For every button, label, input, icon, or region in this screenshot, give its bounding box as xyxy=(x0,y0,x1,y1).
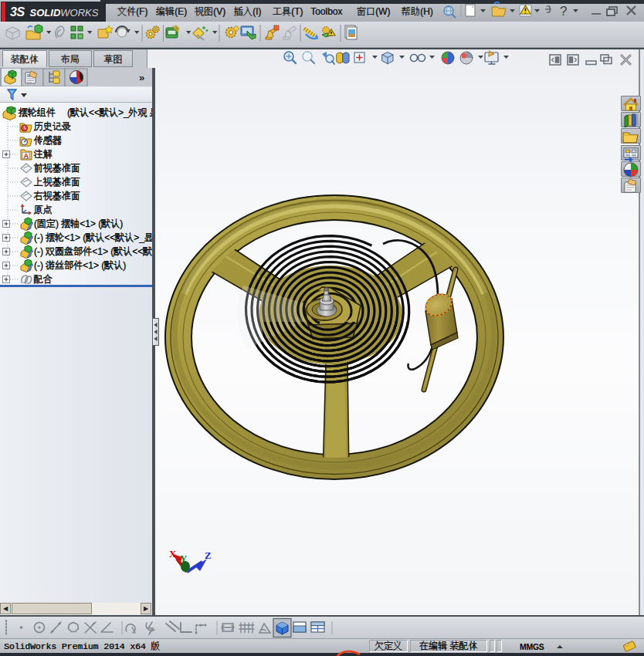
svg-text:摆轮组件: 摆轮组件 xyxy=(19,107,56,118)
svg-text:Z: Z xyxy=(205,549,212,561)
svg-text:上视基准面: 上视基准面 xyxy=(34,177,80,188)
svg-text:(固定) 摆轴<1> (默认): (固定) 摆轴<1> (默认) xyxy=(34,218,123,229)
svg-text:(默认<<默认>_外观 显: (默认<<默认>_外观 显 xyxy=(67,107,152,118)
svg-text:A: A xyxy=(24,152,29,160)
svg-text:原点: 原点 xyxy=(34,205,53,215)
svg-text:(-) 双圆盘部件<1> (默认<<默: (-) 双圆盘部件<1> (默认<<默 xyxy=(34,246,152,257)
svg-text:»: » xyxy=(139,72,144,83)
svg-text:(-) 摆轮<1> (默认<<默认>_显: (-) 摆轮<1> (默认<<默认>_显 xyxy=(34,232,152,243)
svg-text:注解: 注解 xyxy=(34,149,53,160)
svg-text:传感器: 传感器 xyxy=(34,135,62,146)
svg-text:?: ? xyxy=(560,4,567,19)
svg-text:历史记录: 历史记录 xyxy=(34,121,71,132)
svg-text:(-) 游丝部件<1> (默认): (-) 游丝部件<1> (默认) xyxy=(34,260,126,271)
svg-text:前视基准面: 前视基准面 xyxy=(34,163,80,174)
svg-text:Y: Y xyxy=(180,553,188,564)
svg-text:右视基准面: 右视基准面 xyxy=(34,191,80,201)
svg-text:配合: 配合 xyxy=(34,274,53,285)
svg-text:X: X xyxy=(169,548,177,560)
